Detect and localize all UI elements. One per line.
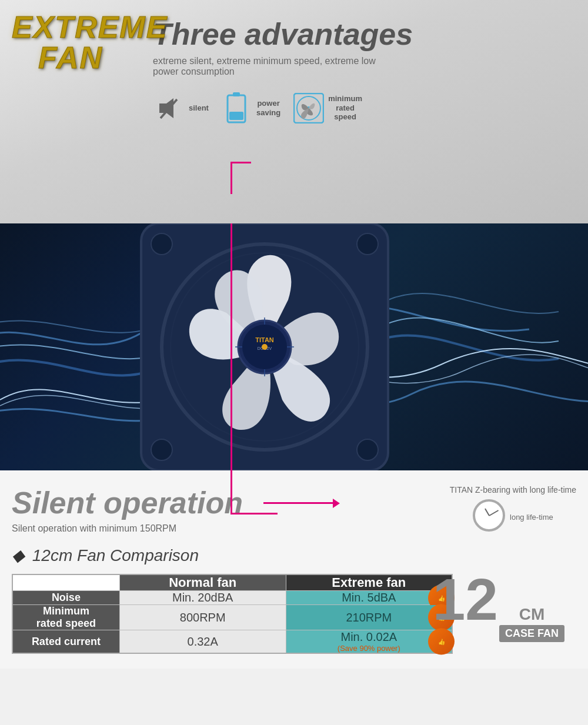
- svg-point-19: [262, 344, 268, 350]
- advantages-area: Three advantages extreme silent, extreme…: [129, 18, 576, 124]
- save-text-current: (Save 90% power): [338, 644, 400, 653]
- cell-normal-current: 0.32A: [119, 630, 286, 654]
- silent-icon: [153, 92, 185, 124]
- table-row: Rated current 0.32A Min. 0.02A (Save 90%…: [12, 630, 452, 654]
- empty-col-header: [12, 574, 119, 591]
- cell-extreme-speed: 210RPM 👍: [286, 605, 452, 630]
- extreme-val-current-wrapper: Min. 0.02A (Save 90% power): [338, 630, 400, 653]
- row-label-speed: Minimumrated speed: [12, 605, 119, 630]
- svg-point-11: [151, 439, 172, 460]
- case-fan-cm-group: CM CASE FAN: [499, 605, 564, 642]
- row-label-current: Rated current: [12, 630, 119, 654]
- cell-extreme-noise: Min. 5dBA 👍: [286, 591, 452, 605]
- cell-normal-noise: Min. 20dBA: [119, 591, 286, 605]
- comparison-table: Normal fan Extreme fan Noise Min. 20dBA …: [12, 574, 453, 654]
- svg-text:TITAN: TITAN: [255, 336, 274, 343]
- power-icon: [220, 92, 253, 124]
- extreme-val-noise: Min. 5dBA: [342, 591, 396, 604]
- comparison-title-text: 12cm Fan Comparison: [32, 546, 199, 564]
- svg-point-12: [357, 439, 378, 460]
- extreme-val-current: Min. 0.02A: [341, 630, 397, 643]
- bottom-section: Silent operation Silent operation with m…: [0, 470, 588, 669]
- cell-normal-speed: 800RPM: [119, 605, 286, 630]
- silent-operation-title: Silent operation: [12, 485, 243, 520]
- svg-marker-0: [159, 98, 173, 118]
- top-section: EXTREME FAN Three advantages extreme sil…: [0, 0, 588, 223]
- cell-extreme-current: Min. 0.02A (Save 90% power) 👍: [286, 630, 452, 654]
- win-container-current: Min. 0.02A (Save 90% power) 👍: [286, 630, 452, 653]
- win-container-speed: 210RPM 👍: [286, 611, 452, 624]
- icon-item-silent: silent: [153, 92, 209, 124]
- win-container-noise: Min. 5dBA 👍: [286, 591, 452, 604]
- case-fan-number: 12: [433, 570, 498, 629]
- pink-horiz-bottom: [230, 513, 278, 514]
- svg-rect-4: [229, 112, 243, 120]
- case-fan-badge: 12 CM CASE FAN: [433, 570, 564, 642]
- pink-arrow: [263, 502, 334, 504]
- diamond-bullet: ◆: [12, 546, 25, 564]
- pink-vert-top: [230, 162, 232, 194]
- normal-fan-header: Normal fan: [119, 574, 286, 591]
- power-label: powersaving: [256, 99, 280, 117]
- table-row: Noise Min. 20dBA Min. 5dBA 👍: [12, 591, 452, 605]
- row-label-noise: Noise: [12, 591, 119, 605]
- pink-vert-bottom: [230, 470, 232, 514]
- svg-rect-3: [233, 92, 240, 96]
- titan-bearing-text: TITAN Z-bearing with long life-time: [450, 485, 576, 495]
- clock-icon: [473, 499, 505, 532]
- titan-bearing: TITAN Z-bearing with long life-time long…: [450, 485, 576, 532]
- silent-title-text: Silent operation: [12, 485, 243, 520]
- row-label-speed-text: Minimumrated speed: [36, 605, 96, 629]
- pink-arrow-container: [255, 502, 334, 504]
- table-row: Minimumrated speed 800RPM 210RPM 👍: [12, 605, 452, 630]
- lifetime-row: long life-time: [450, 499, 576, 532]
- svg-point-10: [357, 233, 378, 255]
- logo-fan: FAN: [12, 42, 129, 73]
- svg-point-9: [151, 233, 172, 255]
- extreme-val-speed: 210RPM: [346, 611, 392, 624]
- speed-icon: [292, 92, 325, 124]
- case-fan-number-row: 12 CM CASE FAN: [433, 570, 564, 642]
- logo-area: EXTREME FAN: [12, 12, 129, 73]
- pink-vert-fan: [230, 223, 232, 470]
- icon-item-power: powersaving: [220, 92, 280, 124]
- fan-image-container: TITAN DC 12V: [118, 223, 412, 470]
- logo-extreme: EXTREME: [12, 12, 129, 42]
- case-fan-cm: CM: [499, 605, 564, 624]
- table-container: Normal fan Extreme fan Noise Min. 20dBA …: [12, 574, 576, 654]
- comparison-title: ◆ 12cm Fan Comparison: [12, 546, 576, 565]
- pink-horiz-top: [230, 162, 251, 163]
- fan-section: TITAN DC 12V: [0, 223, 588, 470]
- silent-label: silent: [189, 103, 209, 112]
- speed-label: minimumratedspeed: [328, 94, 362, 122]
- icons-row: silent powersaving: [153, 92, 576, 124]
- icon-item-speed: minimumratedspeed: [292, 92, 362, 124]
- clock-hand-minute: [489, 510, 499, 516]
- extreme-fan-header: Extreme fan: [286, 574, 452, 591]
- fan-svg: TITAN DC 12V: [118, 223, 412, 470]
- lifetime-label: long life-time: [510, 513, 553, 522]
- advantages-title: Three advantages: [153, 18, 576, 51]
- advantages-subtitle: extreme silent, extreme minimum speed, e…: [153, 56, 400, 77]
- case-fan-label: CASE FAN: [499, 625, 564, 642]
